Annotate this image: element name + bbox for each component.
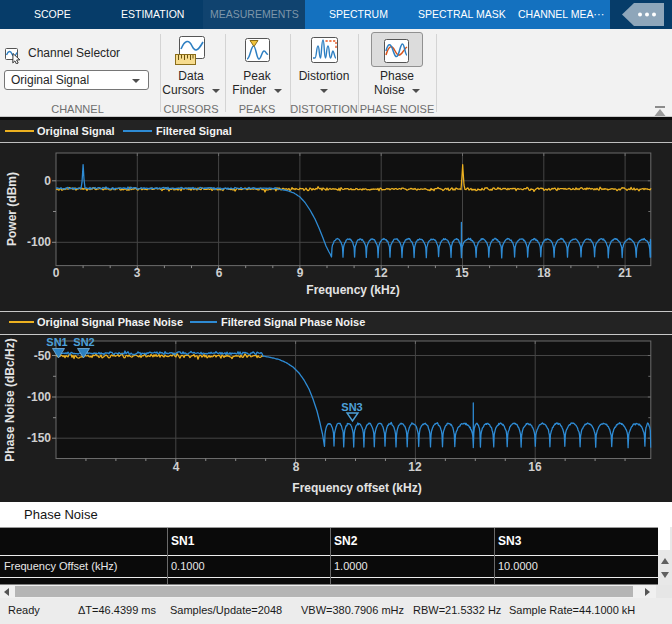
svg-text:Original Signal: Original Signal: [37, 125, 115, 137]
svg-text:8: 8: [293, 460, 300, 474]
svg-text:-50: -50: [34, 349, 52, 363]
svg-text:Frequency offset (kHz): Frequency offset (kHz): [292, 481, 421, 495]
svg-text:SN2: SN2: [73, 336, 94, 348]
svg-text:3: 3: [134, 266, 141, 280]
svg-text:Power (dBm): Power (dBm): [5, 172, 19, 246]
svg-text:6: 6: [216, 266, 223, 280]
svg-text:Filtered Signal: Filtered Signal: [156, 125, 232, 137]
svg-text:0: 0: [44, 174, 51, 188]
svg-text:Filtered Signal Phase Noise: Filtered Signal Phase Noise: [221, 316, 365, 328]
svg-text:Phase Noise (dBc/Hz): Phase Noise (dBc/Hz): [3, 338, 17, 461]
svg-text:16: 16: [528, 460, 542, 474]
svg-text:4: 4: [173, 460, 180, 474]
svg-text:-100: -100: [27, 235, 51, 249]
svg-text:9: 9: [297, 266, 304, 280]
svg-text:18: 18: [537, 266, 551, 280]
svg-text:SN3: SN3: [341, 401, 362, 413]
svg-text:-150: -150: [27, 431, 51, 445]
svg-text:Original Signal Phase Noise: Original Signal Phase Noise: [37, 316, 183, 328]
svg-text:15: 15: [455, 266, 469, 280]
svg-text:-100: -100: [27, 390, 51, 404]
svg-text:SN1: SN1: [46, 336, 67, 348]
svg-text:12: 12: [408, 460, 422, 474]
svg-text:21: 21: [618, 266, 632, 280]
svg-text:12: 12: [374, 266, 388, 280]
svg-text:Frequency (kHz): Frequency (kHz): [306, 283, 399, 297]
svg-text:0: 0: [53, 266, 60, 280]
